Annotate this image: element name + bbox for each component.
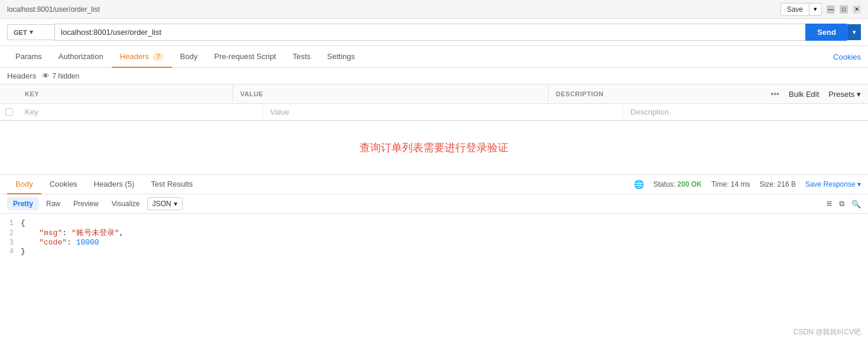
line-num-4: 4 <box>0 247 21 256</box>
key-cell[interactable]: Key <box>18 104 263 120</box>
presets-dropdown-icon: ▾ <box>857 90 861 99</box>
response-meta: 🌐 Status: 200 OK Time: 14 ms Size: 216 B… <box>634 180 861 189</box>
more-options-icon[interactable]: ••• <box>770 89 779 99</box>
format-tab-preview[interactable]: Preview <box>67 197 105 210</box>
globe-icon: 🌐 <box>634 180 644 189</box>
json-format-select[interactable]: JSON ▾ <box>147 197 183 210</box>
cookies-link[interactable]: Cookies <box>833 53 861 61</box>
code-line-3: 3 "code": 10000 <box>0 238 868 247</box>
url-input[interactable] <box>54 24 805 41</box>
line-num-1: 1 <box>0 219 21 227</box>
headers-badge: 7 <box>153 53 163 61</box>
send-dropdown-button[interactable]: ▾ <box>848 24 861 40</box>
value-col-header: VALUE <box>233 86 549 102</box>
value-cell[interactable]: Value <box>263 104 624 120</box>
tab-prerequest[interactable]: Pre-request Script <box>206 46 284 68</box>
window-url: localhost:8001/user/order_list <box>7 5 100 14</box>
response-tab-headers[interactable]: Headers (5) <box>86 175 143 194</box>
hidden-badge: 👁 7 hidden <box>42 71 79 80</box>
tab-headers[interactable]: Headers 7 <box>112 46 172 68</box>
wrap-icon[interactable]: ≡ <box>827 198 832 209</box>
presets-button[interactable]: Presets ▾ <box>828 90 861 99</box>
save-button-group[interactable]: Save ▾ <box>780 3 822 16</box>
key-col-header: KEY <box>18 86 233 102</box>
request-tabs: Params Authorization Headers 7 Body Pre-… <box>7 46 363 67</box>
status-label: Status: <box>653 180 678 188</box>
request-bar: GET ▾ Send ▾ <box>0 19 868 46</box>
json-select-icon: ▾ <box>174 200 177 208</box>
placeholder-text: 查询订单列表需要进行登录验证 <box>359 141 509 155</box>
headers-label: Headers <box>7 71 36 80</box>
close-button[interactable]: ✕ <box>853 5 861 14</box>
save-response-dropdown-icon: ▾ <box>857 180 861 188</box>
tab-body[interactable]: Body <box>172 46 206 68</box>
copy-icon[interactable]: ⧉ <box>839 199 844 209</box>
minimize-button[interactable]: — <box>827 5 835 14</box>
code-area: 1 { 2 "msg": "账号未登录", 3 "code": 10000 4 … <box>0 214 868 279</box>
row-checkbox[interactable] <box>0 105 18 119</box>
save-response-button[interactable]: Save Response ▾ <box>805 180 861 188</box>
format-tabs: Pretty Raw Preview Visualize JSON ▾ <box>7 197 183 210</box>
maximize-button[interactable]: □ <box>840 5 848 14</box>
headers-table-header: KEY VALUE DESCRIPTION ••• Bulk Edit Pres… <box>0 84 868 104</box>
line-num-3: 3 <box>0 239 21 247</box>
search-icon[interactable]: 🔍 <box>851 200 861 209</box>
response-tab-body[interactable]: Body <box>7 175 41 194</box>
headers-sub-header: Headers 👁 7 hidden <box>0 68 868 84</box>
request-tabs-bar: Params Authorization Headers 7 Body Pre-… <box>0 46 868 68</box>
bulk-edit-button[interactable]: Bulk Edit <box>789 90 819 99</box>
response-placeholder: 查询订单列表需要进行登录验证 <box>0 121 868 174</box>
tab-settings[interactable]: Settings <box>319 46 363 68</box>
table-row: Key Value Description <box>0 104 868 120</box>
line-content-2: "msg": "账号未登录", <box>21 227 868 238</box>
line-content-4: } <box>21 247 868 256</box>
desc-col-header: DESCRIPTION <box>549 86 763 102</box>
title-bar-actions: Save ▾ — □ ✕ <box>780 3 861 16</box>
response-tab-cookies[interactable]: Cookies <box>41 175 86 194</box>
tab-tests[interactable]: Tests <box>284 46 319 68</box>
format-tab-raw[interactable]: Raw <box>40 197 66 210</box>
line-content-3: "code": 10000 <box>21 238 868 247</box>
code-line-4: 4 } <box>0 247 868 256</box>
eye-icon: 👁 <box>42 71 50 80</box>
format-bar: Pretty Raw Preview Visualize JSON ▾ ≡ ⧉ … <box>0 194 868 214</box>
response-tabs-bar: Body Cookies Headers (5) Test Results 🌐 … <box>0 174 868 194</box>
format-tab-visualize[interactable]: Visualize <box>106 197 146 210</box>
method-dropdown-icon: ▾ <box>30 28 33 36</box>
method-select[interactable]: GET ▾ <box>7 24 54 40</box>
code-line-2: 2 "msg": "账号未登录", <box>0 227 868 238</box>
time-label: Time: 14 ms <box>711 180 750 188</box>
code-line-1: 1 { <box>0 219 868 227</box>
send-button[interactable]: Send <box>805 24 848 41</box>
format-right-actions: ≡ ⧉ 🔍 <box>827 198 861 209</box>
save-dropdown-button[interactable]: ▾ <box>809 4 821 15</box>
format-tab-pretty[interactable]: Pretty <box>7 197 39 210</box>
row-checkbox-input[interactable] <box>5 108 13 116</box>
watermark: CSDN @我就叫CV吧 <box>793 327 861 337</box>
status-badge: Status: 200 OK <box>653 180 702 188</box>
status-value: 200 OK <box>678 180 702 188</box>
tab-authorization[interactable]: Authorization <box>50 46 112 68</box>
save-button[interactable]: Save <box>781 4 809 15</box>
line-num-2: 2 <box>0 229 21 237</box>
tab-params[interactable]: Params <box>7 46 50 68</box>
table-actions: ••• Bulk Edit Presets ▾ <box>763 84 868 103</box>
desc-cell[interactable]: Description <box>623 104 868 120</box>
title-bar: localhost:8001/user/order_list Save ▾ — … <box>0 0 868 19</box>
response-tabs: Body Cookies Headers (5) Test Results <box>7 175 201 194</box>
size-label: Size: 216 B <box>760 180 796 188</box>
line-content-1: { <box>21 219 868 227</box>
response-tab-testresults[interactable]: Test Results <box>142 175 201 194</box>
headers-table: KEY VALUE DESCRIPTION ••• Bulk Edit Pres… <box>0 84 868 121</box>
method-label: GET <box>14 29 27 36</box>
